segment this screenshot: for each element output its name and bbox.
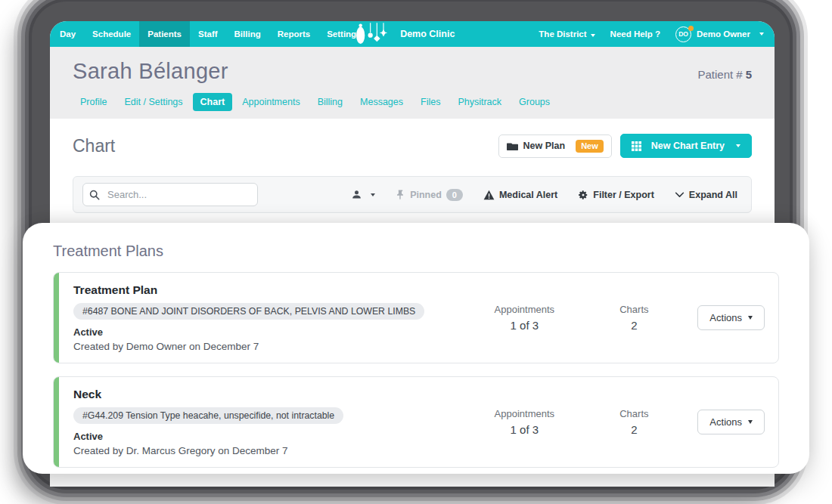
pinned-count-badge: 0: [446, 189, 463, 201]
folder-icon: [507, 141, 518, 151]
person-icon: [351, 189, 362, 200]
plan-created-by: Created by Demo Owner on December 7: [73, 341, 467, 352]
clinic-logo-icon: [353, 23, 393, 45]
top-navbar: Day Schedule Patients Staff Billing Repo…: [50, 21, 775, 47]
caret-down-icon: [748, 420, 753, 424]
caret-down-icon: [759, 32, 764, 36]
filter-export-button[interactable]: Filter / Export: [578, 190, 654, 200]
nav-item-reports[interactable]: Reports: [269, 21, 318, 47]
active-status-bar: [54, 273, 59, 363]
chart-toolbar: Pinned 0 Medical Alert Filter / Export: [73, 176, 752, 213]
charts-value: 2: [581, 319, 687, 332]
clinic-name: Demo Clinic: [400, 29, 455, 39]
patient-header: Sarah Bélanger Patient #5 Profile Edit /…: [50, 47, 775, 119]
tab-messages[interactable]: Messages: [352, 93, 411, 111]
caret-down-icon: [591, 34, 595, 37]
main-menu: Day Schedule Patients Staff Billing Repo…: [50, 21, 370, 47]
chart-section-header: Chart New Plan New: [50, 119, 775, 158]
warning-icon: [483, 190, 495, 200]
nav-item-schedule[interactable]: Schedule: [84, 21, 139, 47]
pin-icon: [396, 190, 405, 200]
treatment-plan-card: Treatment Plan #6487 BONE AND JOINT DISO…: [53, 272, 779, 363]
charts-column: Charts 2: [581, 304, 687, 332]
patient-tabs: Profile Edit / Settings Chart Appointmen…: [73, 93, 752, 111]
appointments-column: Appointments 1 of 3: [467, 408, 581, 436]
nav-item-staff[interactable]: Staff: [190, 21, 226, 47]
tab-physitrack[interactable]: Physitrack: [450, 93, 509, 111]
actions-button[interactable]: Actions: [697, 305, 765, 330]
charts-column: Charts 2: [581, 408, 687, 436]
expand-all-button[interactable]: Expand All: [675, 190, 737, 200]
avatar: DO: [675, 26, 691, 42]
active-status-bar: [54, 377, 59, 467]
user-menu[interactable]: DO Demo Owner: [675, 26, 764, 42]
diagnosis-pill: #G44.209 Tension Type heacahe, unspecifi…: [73, 407, 343, 424]
grid-icon: [632, 141, 641, 151]
new-plan-button[interactable]: New Plan New: [498, 135, 612, 158]
new-badge: New: [576, 140, 604, 153]
plan-name: Treatment Plan: [73, 283, 467, 297]
tab-profile[interactable]: Profile: [73, 93, 114, 111]
patient-filter-dropdown[interactable]: [351, 189, 375, 200]
tab-edit-settings[interactable]: Edit / Settings: [116, 93, 190, 111]
tab-appointments[interactable]: Appointments: [234, 93, 307, 111]
search-input[interactable]: [82, 183, 258, 206]
appointments-column: Appointments 1 of 3: [467, 304, 581, 332]
appointments-value: 1 of 3: [467, 423, 581, 436]
tab-chart[interactable]: Chart: [193, 93, 233, 111]
treatment-plan-card: Neck #G44.209 Tension Type heacahe, unsp…: [53, 376, 779, 468]
section-title: Chart: [73, 136, 115, 156]
new-chart-entry-button[interactable]: New Chart Entry: [620, 134, 752, 158]
help-link[interactable]: Need Help ?: [610, 29, 660, 39]
plan-status: Active: [73, 431, 467, 442]
pinned-filter[interactable]: Pinned 0: [396, 189, 463, 201]
tab-billing[interactable]: Billing: [310, 93, 350, 111]
caret-down-icon: [748, 316, 753, 320]
tab-groups[interactable]: Groups: [511, 93, 557, 111]
tab-files[interactable]: Files: [413, 93, 448, 111]
medical-alert-button[interactable]: Medical Alert: [483, 190, 557, 200]
location-dropdown[interactable]: The District: [539, 29, 595, 39]
diagnosis-pill: #6487 BONE AND JOINT DISORDERS OF BACK, …: [73, 303, 424, 320]
brand: Demo Clinic: [353, 21, 455, 47]
appointments-value: 1 of 3: [467, 319, 581, 332]
nav-item-day[interactable]: Day: [51, 21, 84, 47]
notification-dot: [688, 26, 694, 31]
nav-item-patients[interactable]: Patients: [139, 21, 190, 47]
patient-number: Patient #5: [697, 68, 752, 81]
plan-name: Neck: [73, 388, 467, 401]
search-icon: [89, 190, 100, 200]
charts-value: 2: [581, 423, 687, 436]
gear-icon: [578, 190, 588, 200]
treatment-plans-title: Treatment Plans: [53, 243, 779, 260]
caret-down-icon: [371, 193, 375, 196]
treatment-plans-panel: Treatment Plans Treatment Plan #6487 BON…: [23, 223, 809, 474]
chevron-down-icon: [675, 191, 685, 199]
plan-created-by: Created by Dr. Marcus Gregory on Decembe…: [73, 445, 467, 456]
actions-button[interactable]: Actions: [697, 410, 765, 434]
patient-name: Sarah Bélanger: [73, 59, 228, 84]
plan-status: Active: [73, 326, 467, 338]
nav-item-billing[interactable]: Billing: [226, 21, 269, 47]
caret-down-icon: [736, 144, 740, 147]
nav-right: The District Need Help ? DO Demo Owner: [539, 21, 775, 47]
user-name: Demo Owner: [697, 29, 750, 39]
